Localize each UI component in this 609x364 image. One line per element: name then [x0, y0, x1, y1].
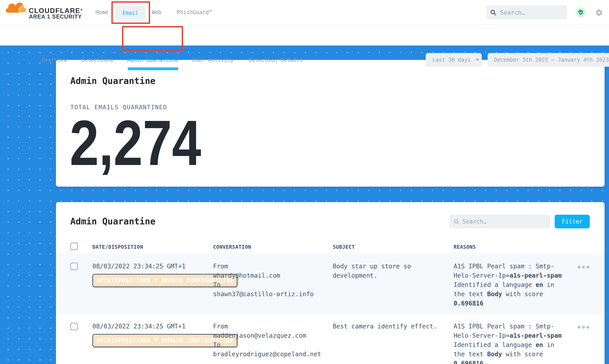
- from-label: From: [213, 322, 328, 331]
- row-checkbox[interactable]: [70, 263, 78, 270]
- ellipsis-icon: [578, 326, 581, 329]
- section-tabs-bar: Overview Detections Admin Quarantine Use…: [0, 25, 609, 46]
- cloudflare-logo-icon: [5, 1, 27, 13]
- reason-text: Identified a language: [454, 341, 536, 349]
- quarantine-card-title: Admin Quarantine: [70, 216, 155, 227]
- active-tab-underline: [128, 67, 178, 70]
- reason-highlight: 0.696816: [454, 300, 483, 307]
- nav-item-email[interactable]: Email: [115, 5, 146, 21]
- table-row[interactable]: APIDISPOSITIONS.Y_DOMAIN_CONFIGURATION 0…: [56, 314, 605, 364]
- cell-reasons: A1S IPBL Pearl spam : Smtp-Helo-Server-I…: [454, 262, 565, 308]
- table-row[interactable]: APIDISPOSITIONS.Y_DOMAIN_CONFIGURATION 0…: [56, 254, 605, 314]
- cell-date: 08/03/2022 23:34:25 GMT+1: [92, 322, 207, 331]
- column-header-conversation: CONVERSATION: [213, 243, 251, 251]
- time-range-dropdown[interactable]: Last 30 days: [426, 53, 482, 67]
- header-search-input[interactable]: [500, 9, 562, 16]
- row-menu-button[interactable]: [578, 266, 589, 269]
- summary-card: Admin Quarantine TOTAL EMAILS QUARANTINE…: [56, 60, 605, 187]
- summary-card-title: Admin Quarantine: [70, 76, 155, 86]
- row-menu-button[interactable]: [578, 326, 589, 329]
- to-label: To: [213, 340, 328, 350]
- table-search-input[interactable]: [462, 218, 538, 225]
- reason-highlight: Body: [487, 351, 502, 358]
- search-icon: [490, 9, 497, 16]
- tab-admin-quarantine[interactable]: Admin Quarantine: [127, 56, 178, 64]
- settings-button[interactable]: [595, 9, 603, 17]
- account-status-badge[interactable]: [576, 7, 586, 17]
- from-label: From: [213, 262, 328, 271]
- ellipsis-icon: [582, 266, 585, 269]
- column-header-subject: SUBJECT: [333, 243, 355, 251]
- header-divider: [56, 253, 605, 253]
- tab-overview[interactable]: Overview: [41, 56, 67, 64]
- cell-conversation: From whardy@hotmail.com To shawn37@casti…: [213, 262, 328, 299]
- nav-item-web[interactable]: Web: [152, 9, 161, 16]
- filter-button[interactable]: Filter: [555, 215, 590, 228]
- ellipsis-icon: [586, 326, 589, 329]
- tab-detection-details[interactable]: Detection Details: [248, 56, 303, 64]
- quarantine-card: Admin Quarantine Filter DATE/DISPOSITION…: [56, 202, 605, 364]
- brand-subtitle: AREA 1 SECURITY: [29, 13, 82, 20]
- gear-icon: [595, 9, 603, 17]
- tab-detections[interactable]: Detections: [81, 56, 113, 64]
- tab-user-activity[interactable]: User Activity: [192, 56, 234, 64]
- table-search[interactable]: [449, 215, 550, 228]
- column-header-date: DATE/DISPOSITION: [92, 243, 143, 251]
- nav-item-email-label: Email: [122, 10, 138, 16]
- to-label: To: [213, 280, 328, 290]
- search-icon: [453, 219, 459, 225]
- cell-subject: Best camera identify effect.: [333, 322, 444, 331]
- shield-check-icon: [578, 9, 584, 15]
- row-checkbox[interactable]: [70, 323, 78, 330]
- time-range-label: Last 30 days: [432, 57, 471, 63]
- column-header-reasons: REASONS: [454, 243, 476, 251]
- reason-text: with score: [502, 290, 543, 298]
- date-range-label: December 5th 2022 — January 4th 2023: [494, 57, 609, 63]
- reason-highlight: en: [536, 281, 543, 288]
- ellipsis-icon: [578, 266, 581, 269]
- cell-date: 08/03/2022 23:34:25 GMT+1: [92, 262, 207, 271]
- ellipsis-icon: [586, 266, 589, 269]
- reason-highlight: a1s-pearl-spam: [510, 272, 562, 279]
- reason-highlight: en: [536, 341, 543, 349]
- brand-trademark: ®: [81, 8, 83, 11]
- to-address: bradleyrodriguez@copeland.net: [213, 350, 328, 359]
- cell-conversation: From maddenjason@velazquez.com To bradle…: [213, 322, 328, 359]
- nav-item-home[interactable]: Home: [95, 9, 108, 16]
- app-header: CLOUDFLARE® AREA 1 SECURITY Home Email W…: [0, 0, 609, 25]
- content-background: Admin Quarantine TOTAL EMAILS QUARANTINE…: [0, 46, 609, 364]
- reason-highlight: 0.696816: [454, 360, 483, 364]
- nav-item-phishguard[interactable]: PhishGuard™: [177, 9, 212, 16]
- page: CLOUDFLARE® AREA 1 SECURITY Home Email W…: [0, 0, 609, 364]
- to-address: shawn37@castillo-ortiz.info: [213, 290, 328, 299]
- reason-text: Identified a language: [454, 281, 536, 288]
- reason-highlight: Body: [487, 290, 502, 298]
- header-search[interactable]: [486, 5, 567, 19]
- metric-value: 2,274: [70, 111, 201, 175]
- reason-text: with score: [502, 351, 543, 358]
- reason-highlight: a1s-pearl-spam: [510, 332, 562, 339]
- from-address: whardy@hotmail.com: [213, 271, 328, 280]
- date-range-button[interactable]: December 5th 2022 — January 4th 2023: [488, 53, 609, 67]
- cell-subject: Body star up store so development.: [333, 262, 444, 280]
- chevron-down-icon: [475, 59, 479, 61]
- from-address: maddenjason@velazquez.com: [213, 331, 328, 340]
- select-all-checkbox[interactable]: [70, 243, 78, 250]
- cell-reasons: A1S IPBL Pearl spam : Smtp-Helo-Server-I…: [454, 322, 565, 364]
- ellipsis-icon: [582, 326, 585, 329]
